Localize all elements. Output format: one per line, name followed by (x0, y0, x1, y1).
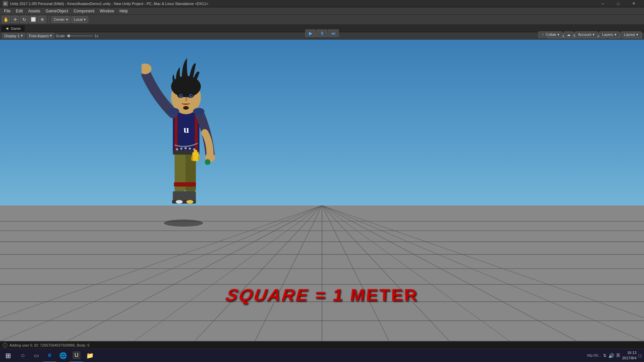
account-chevron: ▾ (593, 33, 595, 37)
scale-slider[interactable] (66, 35, 93, 37)
aspect-dropdown[interactable]: Free Aspect ▾ (26, 33, 54, 39)
menu-help[interactable]: Help (117, 8, 130, 14)
language-indicator[interactable]: 英 (616, 353, 620, 358)
cloud-button[interactable]: ☁ (564, 32, 574, 38)
edge-icon: e (48, 352, 51, 359)
display-dropdown[interactable]: Display 1 ▾ (2, 33, 25, 39)
menu-gameobject[interactable]: GameObject (43, 8, 71, 14)
collab-chevron: ▾ (557, 33, 559, 37)
collab-checkmark: ✓ (541, 33, 544, 37)
svg-rect-26 (174, 182, 185, 187)
clock-date: 2017/8/4 (622, 356, 637, 361)
svg-point-62 (193, 148, 195, 150)
title-bar: U Unity 2017.1.0f3 Personal (64bit) - Ki… (0, 0, 644, 7)
collab-button[interactable]: ✓ Collab ▾ (538, 32, 562, 38)
game-tab-label: Game (11, 26, 21, 31)
menu-window[interactable]: Window (97, 8, 117, 14)
pause-button[interactable]: ⏸ (317, 29, 327, 37)
layers-chevron: ▾ (614, 33, 616, 37)
window-title: Unity 2017.1.0f3 Personal (64bit) - Kine… (10, 2, 595, 6)
status-message: Adding user 0, ID: 72057594037928986, Bo… (9, 343, 90, 347)
close-button[interactable]: ✕ (626, 0, 641, 7)
svg-point-49 (181, 95, 182, 97)
unity-icon: U (72, 351, 80, 359)
game-tab[interactable]: ◀ Game (1, 25, 24, 32)
svg-text:u: u (184, 124, 189, 135)
menu-file[interactable]: File (1, 8, 13, 14)
account-button[interactable]: Account ▾ (575, 32, 598, 38)
menu-edit[interactable]: Edit (13, 8, 25, 14)
display-chevron: ▾ (21, 34, 23, 38)
cortana-search[interactable]: ○ (16, 349, 30, 362)
svg-point-51 (183, 106, 189, 110)
maximize-button[interactable]: □ (610, 0, 626, 7)
tool-rect[interactable]: ⊕ (38, 16, 46, 23)
speaker-icon[interactable]: 🔊 (608, 353, 614, 358)
svg-rect-30 (183, 191, 196, 201)
scene-canvas: u (0, 40, 644, 341)
step-button[interactable]: ⏭ (328, 29, 339, 37)
floor (0, 205, 644, 341)
character-container: u (142, 42, 225, 227)
tool-rotate[interactable]: ↻ (20, 16, 28, 23)
start-button[interactable]: ⊞ (0, 349, 16, 362)
layout-button[interactable]: Layout ▾ (621, 32, 641, 38)
menu-component[interactable]: Component (71, 8, 97, 14)
tool-hand[interactable]: ✋ (2, 16, 10, 23)
taskbar: ⊞ ○ ▭ e 🌐 U 📁 http://b/... ⇅ 🔊 英 16:13 2… (0, 349, 644, 362)
grid-svg (0, 205, 644, 341)
url-hint: http://b/... (587, 354, 601, 357)
layers-label: Layers (602, 33, 613, 37)
floor-text: SQUARE = 1 METER (0, 286, 644, 305)
task-view-button[interactable]: ▭ (30, 349, 43, 362)
play-button[interactable]: ▶ (305, 29, 316, 37)
window-controls: ─ □ ✕ (595, 0, 641, 7)
tool-move[interactable]: ✛ (11, 16, 19, 23)
unity-taskbar[interactable]: U (70, 349, 83, 362)
folder-taskbar[interactable]: 📁 (83, 349, 97, 362)
layers-button[interactable]: Layers ▾ (599, 32, 620, 38)
chrome-icon: 🌐 (59, 352, 67, 359)
minimize-button[interactable]: ─ (595, 0, 610, 7)
center-dropdown[interactable]: Center ▾ (51, 16, 70, 23)
up-down-arrows: ⇅ (603, 353, 606, 358)
system-tray: http://b/... ⇅ 🔊 英 16:13 2017/8/4 □ (587, 350, 644, 361)
right-toolbar: ✓ Collab ▾ ☁ Account ▾ Layers ▾ Layout ▾ (538, 29, 644, 40)
svg-point-23 (164, 220, 203, 227)
tool-scale[interactable]: ⬜ (29, 16, 37, 23)
svg-rect-27 (185, 182, 196, 187)
display-label: Display 1 (4, 34, 19, 38)
scale-thumb (67, 35, 70, 37)
game-tab-icon: ◀ (5, 26, 9, 31)
taskbar-clock[interactable]: 16:13 2017/8/4 (622, 350, 637, 361)
aspect-label: Free Aspect (29, 34, 49, 38)
layout-label: Layout (624, 33, 635, 37)
sky-background (0, 40, 644, 221)
svg-point-61 (189, 147, 191, 149)
svg-point-50 (191, 95, 192, 97)
clock-time: 16:13 (622, 350, 637, 355)
local-chevron: ▾ (84, 17, 86, 22)
notification-icon[interactable]: □ (639, 353, 641, 358)
play-controls: ▶ ⏸ ⏭ (305, 29, 339, 37)
chrome-browser-taskbar[interactable]: 🌐 (56, 349, 70, 362)
local-dropdown[interactable]: Local ▾ (71, 16, 88, 23)
account-label: Account (578, 33, 591, 37)
scale-label: Scale (56, 34, 65, 38)
toolbar: ✋ ✛ ↻ ⬜ ⊕ Center ▾ Local ▾ (0, 15, 90, 25)
center-chevron: ▾ (66, 17, 68, 22)
svg-point-41 (205, 159, 211, 165)
edge-browser-taskbar[interactable]: e (43, 349, 56, 362)
menu-assets[interactable]: Assets (25, 8, 43, 14)
folder-icon: 📁 (86, 352, 94, 359)
center-label: Center (54, 17, 65, 21)
task-view-icon: ▭ (34, 352, 39, 359)
svg-rect-55 (198, 157, 200, 161)
svg-point-33 (186, 200, 194, 204)
svg-point-59 (180, 147, 182, 149)
svg-rect-52 (193, 152, 199, 161)
app-icon: U (3, 1, 8, 6)
start-icon: ⊞ (5, 352, 11, 360)
search-circle-icon: ○ (21, 352, 25, 359)
svg-point-57 (193, 108, 205, 115)
